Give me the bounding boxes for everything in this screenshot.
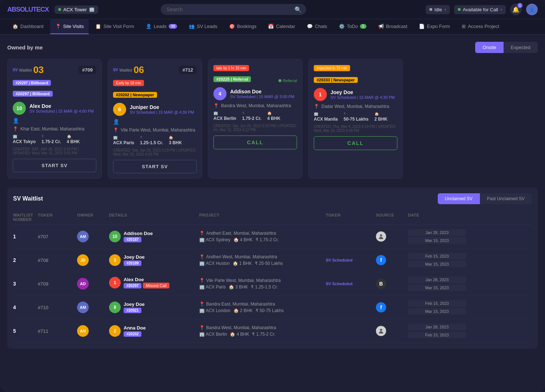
onsite-toggle-btn[interactable]: Onsite bbox=[475, 42, 504, 53]
available-dot bbox=[458, 8, 461, 11]
tab-bookings[interactable]: 🎯 Bookings bbox=[224, 19, 261, 34]
user-avatar[interactable]: 👤 bbox=[526, 4, 538, 15]
table-row[interactable]: 5 #711 AN 2 Anna Doe #20202 📍 Bandra Wes… bbox=[13, 319, 532, 343]
call-status-label: Available for Call bbox=[463, 7, 498, 12]
row-token: #710 bbox=[38, 305, 74, 310]
row-project: 📍 Vile Parle West, Mumbai, Maharashtra 🏢… bbox=[199, 278, 323, 290]
project-val-juniper: ACX Paris bbox=[113, 140, 134, 145]
device-frame: ABSOLUTECX ACX Tower 🏢 🔍 Idle ▾ Availabl… bbox=[0, 0, 545, 392]
date2: Mar 15, 2023 bbox=[408, 308, 466, 315]
row-sv-status: SV Scheduled bbox=[326, 258, 373, 262]
location-text-alex: Khar East, Mumbai, Maharashtra bbox=[20, 126, 84, 132]
target-icon: 🎯 bbox=[229, 24, 235, 29]
bhk-prop-alex: 🏠 4 BHK bbox=[67, 134, 80, 144]
location-text-juniper: Vile Parle West, Mumbai, Maharashtra bbox=[121, 128, 195, 133]
waitlist-toggle: Unclaimed SV Past Unclaimed SV bbox=[438, 193, 532, 204]
row-project: 📍 Andheri West, Mumbai, Maharashtra 🏢 AC… bbox=[199, 254, 323, 266]
price-prop-alex: ₹ 1.75-2 Cr. bbox=[41, 134, 61, 144]
call-status[interactable]: Available for Call ▾ bbox=[454, 5, 506, 14]
table-row[interactable]: 4 #710 AM 8 Joey Doe #20921 📍 Bandra Eas… bbox=[13, 296, 532, 319]
row-num: 3 bbox=[13, 281, 35, 287]
col-token2: TOKEN bbox=[326, 213, 373, 222]
price-val-joey: 50-75 Lakhs bbox=[344, 117, 369, 122]
billboard-tag: #20297 | Billboard bbox=[13, 80, 51, 86]
tab-dashboard[interactable]: 🏠 Dashboard bbox=[7, 19, 49, 34]
price-prop-juniper: ₹ 1.25-1.5 Cr. bbox=[140, 136, 163, 145]
start-sv-btn-alex[interactable]: START SV bbox=[13, 159, 96, 172]
person-avatar-row: 10 bbox=[109, 231, 121, 242]
tab-leads-label: Leads bbox=[154, 24, 167, 29]
project-badge[interactable]: ACX Tower 🏢 bbox=[55, 5, 98, 14]
tab-chats-label: Chats bbox=[315, 24, 327, 29]
col-date: DATE bbox=[408, 213, 466, 222]
section-header: Owned by me Onsite Expected bbox=[7, 42, 538, 53]
logo-text: ABSOLUTE bbox=[7, 6, 40, 13]
unclaimed-sv-btn[interactable]: Unclaimed SV bbox=[438, 193, 480, 204]
date2: Mar 15, 2023 bbox=[408, 237, 466, 244]
sv-status-badge: SV Scheduled bbox=[326, 282, 373, 286]
notification-button[interactable]: 🔔 1 bbox=[510, 4, 522, 15]
table-row[interactable]: 3 #709 AD 1 Alex Doe #20297 Missed Call … bbox=[13, 272, 532, 296]
missed-call-badge: Missed Call bbox=[143, 283, 169, 288]
idle-status[interactable]: Idle ▾ bbox=[426, 5, 450, 14]
logo-accent: CX bbox=[40, 6, 49, 13]
row-project: 📍 Bandra East, Mumbai, Maharashtra 🏢 ACX… bbox=[199, 302, 323, 313]
call-btn-joey[interactable]: CALL bbox=[314, 136, 397, 150]
tab-chats[interactable]: 💬 Chats bbox=[302, 19, 332, 34]
waitlist-text: Waitlist bbox=[19, 68, 32, 72]
row-source: f bbox=[376, 302, 405, 312]
call-btn-addison[interactable]: CALL bbox=[213, 136, 297, 149]
expected-toggle-btn[interactable]: Expected bbox=[504, 42, 538, 53]
date1: Jan 28, 2023 bbox=[408, 229, 466, 236]
row-person: 2 Anna Doe #20202 bbox=[109, 325, 196, 337]
bhk-val-addison: 4 BHK bbox=[267, 116, 280, 121]
row-person: 3 Joey Doe #20189 bbox=[109, 254, 196, 266]
location-addison: 📍 Bandra West, Mumbai, Maharashtra bbox=[213, 103, 297, 108]
tab-todo[interactable]: ⚙️ ToDo 5 bbox=[334, 19, 372, 34]
tab-calendar[interactable]: 📅 Calendar bbox=[263, 19, 300, 34]
col-project: PROJECT bbox=[199, 213, 323, 222]
bhk-val-alex: 4 BHK bbox=[67, 139, 80, 144]
search-input[interactable] bbox=[161, 4, 306, 15]
person-avatar-row: 3 bbox=[109, 254, 121, 266]
tab-sv-leads[interactable]: 👥 SV Leads bbox=[184, 19, 222, 34]
property-row-alex: 🏢 ACX Tokyo ₹ 1.75-2 Cr. 🏠 4 BHK bbox=[13, 134, 96, 144]
tab-access-project[interactable]: ⊞ Access Project bbox=[457, 19, 504, 34]
person-name-row: Anna Doe bbox=[124, 325, 146, 331]
alert-bar-joey: expected in 15 min bbox=[314, 65, 350, 71]
sv-card-alex: SV Waitlist 03 #709 #20297 | Billboard #… bbox=[7, 59, 102, 179]
location-pin: 📍 bbox=[199, 278, 205, 283]
property-row-juniper: 🏢 ACX Paris ₹ 1.25-1.5 Cr. 🏠 3 BHK bbox=[113, 136, 197, 145]
pin-icon-addison: 📍 bbox=[213, 103, 219, 108]
waitlist-num-alex: 03 bbox=[33, 64, 44, 76]
main-content: Owned by me Onsite Expected SV Waitlist … bbox=[0, 35, 545, 392]
source-icon-img bbox=[376, 326, 386, 336]
broadcast-icon: 📢 bbox=[378, 24, 384, 29]
row-sv-status: SV Scheduled bbox=[326, 282, 373, 286]
date2: Mar 15, 2023 bbox=[408, 284, 466, 291]
table-row[interactable]: 2 #708 JD 3 Joey Doe #20189 📍 Andheri We… bbox=[13, 248, 532, 272]
project-val-joey: ACX Manila bbox=[314, 117, 338, 122]
row-num: 2 bbox=[13, 257, 35, 263]
call-chevron-icon: ▾ bbox=[500, 8, 502, 12]
person-name-juniper: Juniper Doe bbox=[130, 104, 194, 110]
owner-avatar: JD bbox=[77, 254, 89, 266]
bhk-val-joey: 2 BHK bbox=[374, 117, 388, 122]
row-owner: AD bbox=[77, 278, 106, 290]
start-sv-btn-juniper[interactable]: START SV bbox=[113, 160, 197, 173]
tab-site-visits[interactable]: 📍 Site Visits bbox=[50, 19, 89, 34]
project-prop-juniper: 🏢 ACX Paris bbox=[113, 136, 134, 145]
person-id-row: #20202 bbox=[124, 331, 141, 337]
tab-site-visit-form[interactable]: 📋 Site Visit Form bbox=[90, 19, 139, 34]
tab-leads[interactable]: 👤 Leads 98 bbox=[141, 19, 183, 34]
tab-expo-form[interactable]: 📄 Expo Form bbox=[414, 19, 455, 34]
person-icon: 👤 bbox=[146, 24, 152, 29]
idle-label: Idle bbox=[434, 7, 442, 12]
tab-broadcast-label: Broadcast bbox=[386, 24, 408, 29]
person-name-row: Alex Doe bbox=[124, 277, 169, 282]
tab-broadcast[interactable]: 📢 Broadcast bbox=[373, 19, 413, 34]
row-dates: Feb 15, 2023 Mar 15, 2023 bbox=[408, 253, 466, 267]
past-unclaimed-btn[interactable]: Past Unclaimed SV bbox=[480, 193, 532, 204]
grid-icon: ⊞ bbox=[462, 24, 466, 29]
table-row[interactable]: 1 #707 AM 10 Addison Doe #20187 📍 Andher… bbox=[13, 225, 532, 248]
